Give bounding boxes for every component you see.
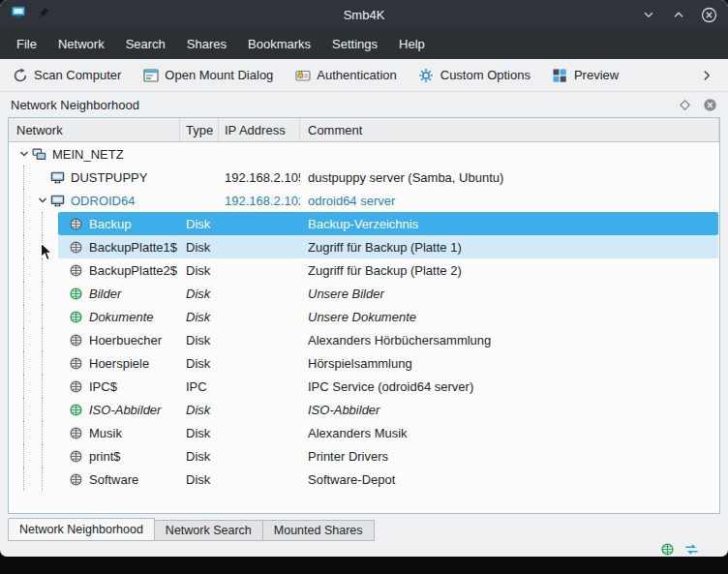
mounted-share-icon: [659, 541, 675, 557]
column-header-ip-address[interactable]: IP Address: [219, 118, 300, 141]
share-icon: [68, 425, 83, 440]
cell-type: Disk: [180, 398, 219, 421]
toolbar-button-preview[interactable]: Preview: [552, 67, 619, 83]
menu-item-bookmarks[interactable]: Bookmarks: [237, 29, 321, 59]
expander-spacer: [54, 449, 68, 463]
expander-spacer: [54, 426, 68, 439]
table-row[interactable]: IPC$IPCIPC Service (odroid64 server): [9, 375, 719, 398]
dock-close-icon[interactable]: [702, 97, 717, 112]
toolbar-button-open-mount-dialog[interactable]: Open Mount Dialog: [142, 67, 273, 83]
table-row[interactable]: BackupPlatte1$DiskZugriff für Backup (Pl…: [9, 235, 719, 258]
share-name: Musik: [89, 426, 122, 440]
chevron-right-icon[interactable]: [697, 66, 716, 85]
cell-comment: Zugriff für Backup (Platte 1): [300, 235, 719, 258]
cell-comment: Unsere Dokumente: [300, 305, 719, 328]
cell-network: ISO-Abbilder: [9, 398, 180, 421]
pin-icon[interactable]: [37, 6, 50, 23]
cell-ip: [219, 444, 300, 468]
cell-comment: Zugriff für Backup (Platte 2): [300, 258, 719, 282]
tab-mounted-shares[interactable]: Mounted Shares: [263, 520, 375, 541]
minimize-icon[interactable]: [640, 6, 657, 23]
table-row[interactable]: HoerspieleDiskHörspielsammlung: [9, 351, 719, 375]
table-row[interactable]: DUSTPUPPY192.168.2.105dustpuppy server (…: [9, 166, 719, 189]
cell-type: Disk: [180, 258, 219, 282]
cell-type: Disk: [180, 305, 219, 328]
toolbar-button-custom-options[interactable]: Custom Options: [418, 67, 531, 83]
share-name: IPC$: [89, 379, 117, 394]
custom-options-icon: [418, 67, 435, 83]
menu-item-settings[interactable]: Settings: [321, 29, 388, 59]
expander-spacer: [36, 170, 49, 184]
tab-network-search[interactable]: Network Search: [155, 520, 263, 541]
smb4k-window: Smb4K FileNetworkSearchSharesBookmarksSe…: [0, 0, 728, 557]
expander-spacer: [54, 379, 68, 393]
menu-item-file[interactable]: File: [6, 29, 47, 59]
cell-type: Disk: [180, 328, 219, 351]
table-row[interactable]: SoftwareDiskSoftware-Depot: [9, 468, 719, 491]
cell-network: ODROID64: [9, 189, 180, 212]
authentication-icon: [294, 67, 311, 83]
app-icon: [11, 5, 26, 24]
toolbar-label: Open Mount Dialog: [165, 68, 273, 82]
table-row[interactable]: ODROID64192.168.2.102odroid64 server: [9, 189, 719, 212]
menu-item-shares[interactable]: Shares: [176, 29, 237, 59]
cell-ip: [219, 258, 300, 282]
dock-buttons: [677, 97, 717, 112]
menubar: FileNetworkSearchSharesBookmarksSettings…: [0, 29, 728, 59]
table-row[interactable]: DokumenteDiskUnsere Dokumente: [9, 305, 719, 328]
cell-ip: [219, 305, 300, 328]
table-row[interactable]: ISO-AbbilderDiskISO-Abbilder: [9, 398, 719, 421]
server-icon: [49, 193, 65, 208]
cell-type: [180, 142, 219, 166]
menu-item-network[interactable]: Network: [47, 29, 115, 59]
close-icon[interactable]: [700, 6, 717, 23]
cell-ip: [219, 398, 300, 421]
cell-network: Backup: [9, 212, 180, 235]
titlebar-left: [11, 5, 50, 24]
share-icon: [68, 216, 83, 231]
cell-ip: [219, 421, 300, 444]
menu-item-help[interactable]: Help: [388, 29, 436, 59]
column-header-comment[interactable]: Comment: [300, 118, 719, 141]
cell-comment: Alexanders Musik: [300, 421, 719, 444]
table-row[interactable]: BackupPlatte2$DiskZugriff für Backup (Pl…: [9, 258, 719, 282]
share-name: print$: [89, 449, 121, 464]
cell-comment: Hörspielsammlung: [300, 351, 719, 375]
expander-spacer: [54, 240, 68, 254]
network-tree: NetworkTypeIP AddressComment MEIN_NETZDU…: [8, 117, 720, 514]
network-status-icon: [683, 541, 699, 557]
toolbar-button-scan-computer[interactable]: Scan Computer: [12, 67, 121, 83]
table-row[interactable]: BilderDiskUnsere Bilder: [9, 282, 719, 305]
cell-ip: [219, 328, 300, 351]
tab-network-neighborhood[interactable]: Network Neighborhood: [8, 518, 155, 541]
titlebar: Smb4K: [0, 0, 728, 29]
float-icon[interactable]: [677, 97, 692, 112]
column-header-network[interactable]: Network: [9, 118, 180, 141]
cell-network: Hoerbuecher: [9, 328, 180, 351]
cell-network: Musik: [9, 421, 180, 444]
table-row[interactable]: MusikDiskAlexanders Musik: [9, 421, 719, 444]
table-row[interactable]: HoerbuecherDiskAlexanders Hörbüchersamml…: [9, 328, 719, 351]
toolbar-button-authentication[interactable]: Authentication: [294, 67, 396, 83]
cell-network: IPC$: [9, 375, 180, 398]
table-row[interactable]: MEIN_NETZ: [9, 142, 719, 166]
dock-header: Network Neighborhood: [0, 92, 728, 117]
share-name: Hoerspiele: [89, 356, 149, 371]
statusbar: [0, 541, 728, 557]
expander-down-icon[interactable]: [17, 147, 31, 161]
table-row[interactable]: print$DiskPrinter Drivers: [9, 444, 719, 468]
table-row[interactable]: BackupDiskBackup-Verzeichnis: [9, 212, 719, 235]
column-header-type[interactable]: Type: [180, 118, 219, 141]
maximize-icon[interactable]: [670, 6, 687, 23]
menu-item-search[interactable]: Search: [115, 29, 176, 59]
toolbar-items: Scan ComputerOpen Mount DialogAuthentica…: [12, 67, 619, 83]
share-name: BackupPlatte1$: [89, 240, 177, 255]
expander-spacer: [54, 333, 68, 347]
dock-title: Network Neighborhood: [11, 98, 139, 112]
share-icon: [68, 239, 83, 255]
expander-down-icon[interactable]: [36, 194, 49, 207]
expander-spacer: [54, 263, 68, 277]
cell-comment: Printer Drivers: [300, 444, 719, 468]
cell-comment: Unsere Bilder: [300, 282, 719, 305]
expander-spacer: [54, 472, 68, 486]
